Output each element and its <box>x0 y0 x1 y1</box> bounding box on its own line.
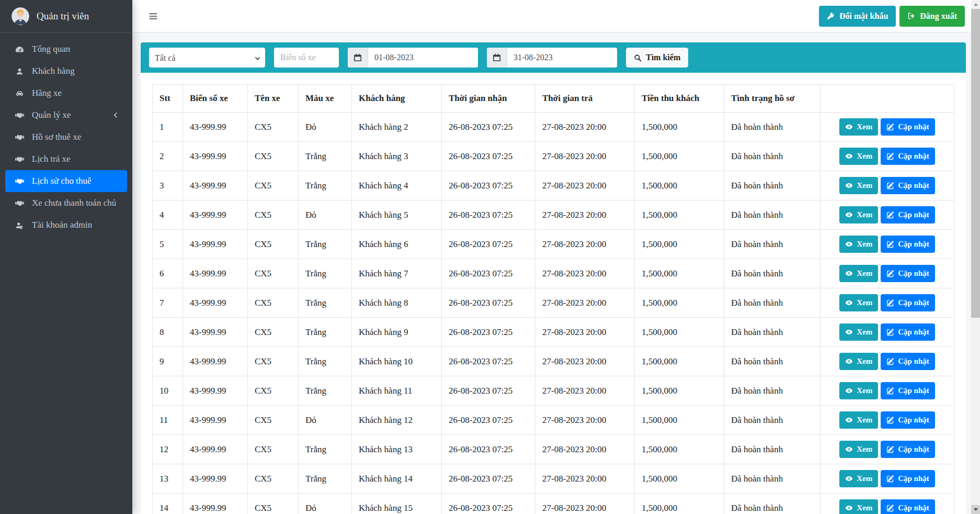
view-button[interactable]: Xem <box>839 206 878 224</box>
row-actions: Xem Cập nhật <box>827 206 947 224</box>
row-actions: Xem Cập nhật <box>827 353 947 370</box>
cell-car-name: CX5 <box>248 376 299 406</box>
update-button[interactable]: Cập nhật <box>881 441 935 458</box>
view-button-label: Xem <box>857 357 872 366</box>
sidebar-item-2[interactable]: Hãng xe <box>5 82 127 104</box>
eye-icon <box>845 299 853 307</box>
cell-stt: 9 <box>153 347 183 376</box>
update-button[interactable]: Cập nhật <box>881 148 935 165</box>
row-actions: Xem Cập nhật <box>827 382 947 399</box>
view-button[interactable]: Xem <box>839 294 878 311</box>
row-actions: Xem Cập nhật <box>827 470 947 487</box>
sidebar-item-3[interactable]: Quản lý xe <box>5 104 127 126</box>
sidebar-item-6[interactable]: Lịch sử cho thuê <box>5 170 127 192</box>
cell-time-returned: 27-08-2023 20:00 <box>535 464 635 494</box>
cell-actions: Xem Cập nhật <box>821 171 954 200</box>
sidebar-item-5[interactable]: Lịch trả xe <box>5 148 127 170</box>
view-button[interactable]: Xem <box>839 499 878 514</box>
menu-toggle-icon[interactable] <box>148 12 158 21</box>
update-button-label: Cập nhật <box>898 416 929 424</box>
sidebar-item-4[interactable]: Hồ sơ thuê xe <box>5 126 127 148</box>
update-button-label: Cập nhật <box>898 504 929 512</box>
view-button[interactable]: Xem <box>839 265 878 282</box>
update-button[interactable]: Cập nhật <box>881 265 935 282</box>
handshake-icon <box>14 155 25 164</box>
cell-time-returned: 27-08-2023 20:00 <box>535 435 635 464</box>
update-button[interactable]: Cập nhật <box>881 118 935 136</box>
cell-car-name: CX5 <box>248 464 299 494</box>
cell-plate: 43-999.99 <box>183 142 248 171</box>
cell-status: Đã hoàn thành <box>724 376 821 406</box>
change-password-button[interactable]: Đổi mật khẩu <box>819 6 896 27</box>
logout-button[interactable]: Đăng xuất <box>899 6 965 27</box>
cell-plate: 43-999.99 <box>183 171 248 200</box>
plate-number-input[interactable] <box>274 48 339 68</box>
cell-time-received: 26-08-2023 07:25 <box>442 347 535 376</box>
cell-car-name: CX5 <box>248 435 299 464</box>
scrollbar-down-button[interactable] <box>971 505 980 514</box>
view-button[interactable]: Xem <box>839 323 878 341</box>
update-button[interactable]: Cập nhật <box>881 294 935 311</box>
cell-status: Đã hoàn thành <box>724 230 821 259</box>
calendar-icon[interactable] <box>348 48 368 68</box>
date-from-input[interactable] <box>368 48 478 68</box>
view-button[interactable]: Xem <box>839 441 878 458</box>
cell-plate: 43-999.99 <box>183 406 248 435</box>
update-button[interactable]: Cập nhật <box>881 411 935 429</box>
scrollbar-thumb[interactable] <box>971 9 980 318</box>
calendar-icon[interactable] <box>487 48 507 68</box>
change-password-label: Đổi mật khẩu <box>839 12 888 21</box>
cell-car-color: Trắng <box>299 318 352 347</box>
sidebar-item-8[interactable]: Tài khoản admin <box>5 214 127 236</box>
update-button-label: Cập nhật <box>898 122 929 131</box>
status-select[interactable]: Tất cả <box>149 48 265 68</box>
view-button[interactable]: Xem <box>839 148 878 165</box>
header-stt: Stt <box>153 85 183 113</box>
date-to-input[interactable] <box>507 48 617 68</box>
eye-icon <box>845 240 853 248</box>
cell-car-name: CX5 <box>248 171 299 200</box>
view-button[interactable]: Xem <box>839 382 878 399</box>
cell-plate: 43-999.99 <box>183 113 248 142</box>
cell-customer: Khách hàng 15 <box>352 494 442 514</box>
handshake-icon <box>14 111 25 120</box>
handshake-icon <box>14 177 25 186</box>
update-button[interactable]: Cập nhật <box>881 236 935 253</box>
view-button[interactable]: Xem <box>839 470 878 487</box>
scrollbar-up-button[interactable] <box>971 0 980 9</box>
table-row: 11 43-999.99 CX5 Đỏ Khách hàng 12 26-08-… <box>153 406 954 435</box>
cell-amount: 1,500,000 <box>635 376 724 406</box>
view-button[interactable]: Xem <box>839 411 878 429</box>
update-button[interactable]: Cập nhật <box>881 323 935 341</box>
cell-time-returned: 27-08-2023 20:00 <box>535 259 635 288</box>
sidebar-item-7[interactable]: Xe chưa thanh toán chủ <box>5 192 127 214</box>
view-button[interactable]: Xem <box>839 353 878 370</box>
cell-car-color: Đỏ <box>299 494 352 514</box>
gauge-icon <box>14 45 25 54</box>
content: Tất cả <box>132 32 971 514</box>
row-actions: Xem Cập nhật <box>827 177 947 194</box>
cell-car-name: CX5 <box>248 259 299 288</box>
cell-time-returned: 27-08-2023 20:00 <box>535 347 635 376</box>
update-button[interactable]: Cập nhật <box>881 382 935 399</box>
view-button[interactable]: Xem <box>839 118 878 136</box>
search-button[interactable]: Tìm kiếm <box>626 48 688 68</box>
edit-icon <box>886 152 894 160</box>
view-button[interactable]: Xem <box>839 177 878 194</box>
update-button[interactable]: Cập nhật <box>881 353 935 370</box>
update-button[interactable]: Cập nhật <box>881 206 935 224</box>
cell-stt: 10 <box>153 376 183 406</box>
edit-icon <box>886 445 894 453</box>
update-button[interactable]: Cập nhật <box>881 470 935 487</box>
update-button[interactable]: Cập nhật <box>881 177 935 194</box>
update-button[interactable]: Cập nhật <box>881 499 935 514</box>
cell-stt: 1 <box>153 113 183 142</box>
vertical-scrollbar <box>971 0 980 514</box>
cell-amount: 1,500,000 <box>635 288 724 318</box>
view-button[interactable]: Xem <box>839 236 878 253</box>
sidebar-item-1[interactable]: Khách hàng <box>5 60 127 82</box>
cell-amount: 1,500,000 <box>635 142 724 171</box>
edit-icon <box>886 211 894 219</box>
cell-time-returned: 27-08-2023 20:00 <box>535 406 635 435</box>
sidebar-item-0[interactable]: Tổng quan <box>5 38 127 60</box>
